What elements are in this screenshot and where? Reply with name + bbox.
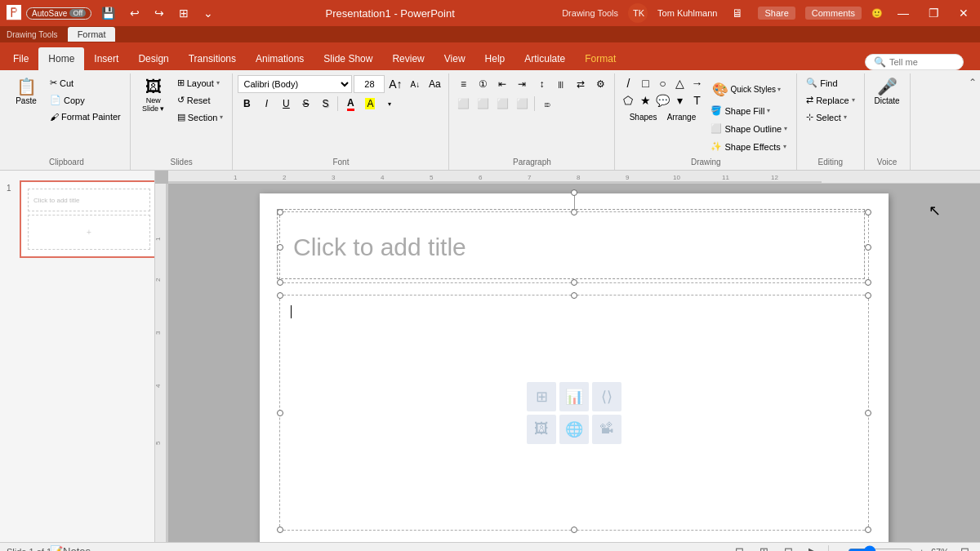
decrease-font-button[interactable]: A↓ — [406, 75, 424, 93]
tab-insert[interactable]: Insert — [84, 47, 128, 70]
shape-fill-button[interactable]: 🪣 Shape Fill ▾ — [706, 103, 791, 118]
shape-pentagon[interactable]: ⬠ — [620, 92, 636, 109]
monitor-button[interactable]: 🖥 — [727, 5, 748, 21]
align-center-button[interactable]: ⬜ — [474, 95, 492, 113]
insert-smartart-icon[interactable]: ⟨⟩ — [592, 382, 621, 411]
strikethrough-button[interactable]: S — [296, 95, 314, 113]
font-color-button[interactable]: A — [341, 95, 359, 113]
content-handle-ml[interactable] — [277, 410, 283, 416]
tab-format[interactable]: Format — [575, 47, 626, 70]
shape-rect[interactable]: □ — [637, 75, 653, 91]
layout-button[interactable]: ⊞ Layout ▾ — [173, 75, 228, 91]
bold-button[interactable]: B — [238, 95, 256, 113]
tab-home[interactable]: Home — [38, 47, 84, 70]
align-right-button[interactable]: ⬜ — [493, 95, 511, 113]
content-placeholder[interactable]: ⊞ 📊 ⟨⟩ 🖼 🌐 📽 — [279, 295, 869, 531]
tab-file[interactable]: File — [3, 47, 38, 70]
increase-font-button[interactable]: A↑ — [386, 75, 404, 93]
comments-button[interactable]: Comments — [805, 7, 862, 20]
align-left-button[interactable]: ⬜ — [454, 95, 472, 113]
tab-help[interactable]: Help — [475, 47, 515, 70]
underline-button[interactable]: U — [277, 95, 295, 113]
tab-slideshow[interactable]: Slide Show — [314, 47, 382, 70]
text-direction-button[interactable]: ⇄ — [572, 75, 590, 93]
highlight-button[interactable]: A — [361, 95, 379, 113]
autosave-toggle[interactable]: AutoSave Off — [26, 7, 91, 20]
clear-format-button[interactable]: Aa — [425, 75, 443, 93]
shape-more[interactable]: ▾ — [671, 92, 688, 109]
more-commands-button[interactable]: ⌄ — [198, 5, 218, 21]
minimize-button[interactable]: — — [893, 5, 914, 21]
slide-thumbnail[interactable]: Click to add title + — [20, 180, 155, 258]
tab-articulate[interactable]: Articulate — [514, 47, 575, 70]
handle-tl[interactable] — [277, 209, 283, 216]
increase-indent-button[interactable]: ⇥ — [513, 75, 531, 93]
shadow-button[interactable]: S — [316, 95, 334, 113]
shape-oval[interactable]: ○ — [654, 75, 670, 91]
slide-sorter-button[interactable]: ⊞ — [755, 545, 773, 552]
insert-table-icon[interactable]: ⊞ — [527, 382, 556, 411]
collapse-ribbon-button[interactable]: ⌃ — [969, 77, 977, 88]
select-button[interactable]: ⊹ Select ▾ — [802, 109, 858, 125]
notes-button[interactable]: 📝 Notes — [61, 545, 79, 552]
dictate-button[interactable]: 🎤 Dictate — [870, 75, 905, 109]
zoom-slider[interactable] — [848, 545, 913, 552]
font-size-input[interactable] — [354, 75, 385, 93]
reset-button[interactable]: ↺ Reset — [173, 92, 228, 108]
tab-design[interactable]: Design — [128, 47, 178, 70]
decrease-indent-button[interactable]: ⇤ — [493, 75, 511, 93]
quick-styles-button[interactable]: 🎨 Quick Styles ▾ — [706, 78, 791, 100]
content-handle-tm[interactable] — [571, 292, 577, 299]
slide-panel-item-1[interactable]: 1 Click to add title + — [20, 180, 149, 258]
content-handle-bm[interactable] — [571, 527, 577, 533]
shape-star[interactable]: ★ — [637, 92, 653, 109]
tab-transitions[interactable]: Transitions — [179, 47, 246, 70]
handle-ml[interactable] — [277, 244, 283, 251]
shape-triangle[interactable]: △ — [671, 75, 688, 91]
insert-chart-icon[interactable]: 📊 — [559, 382, 589, 411]
replace-button[interactable]: ⇄ Replace ▾ — [802, 92, 858, 108]
shape-callout[interactable]: 💬 — [654, 92, 670, 109]
slideshow-button[interactable]: ▶ — [804, 545, 822, 552]
user-account-button[interactable]: TK — [628, 3, 648, 23]
rotate-handle[interactable] — [571, 189, 577, 196]
content-handle-tl[interactable] — [277, 292, 283, 299]
columns-button[interactable]: ⫼ — [552, 75, 570, 93]
shape-effects-button[interactable]: ✨ Shape Effects ▾ — [706, 139, 791, 154]
slide-canvas[interactable]: Click to add title — [260, 193, 889, 542]
save-button[interactable]: 💾 — [96, 5, 120, 21]
close-button[interactable]: ✕ — [954, 5, 973, 21]
section-button[interactable]: ▤ Section ▾ — [173, 109, 228, 125]
handle-tm[interactable] — [571, 209, 577, 216]
tab-animations[interactable]: Animations — [246, 47, 314, 70]
handle-bm[interactable] — [571, 279, 577, 286]
shape-textbox[interactable]: T — [688, 92, 705, 109]
shape-arrow[interactable]: → — [688, 75, 705, 91]
handle-mr[interactable] — [865, 244, 871, 251]
bullets-button[interactable]: ≡ — [454, 75, 472, 93]
find-button[interactable]: 🔍 Find — [802, 75, 858, 91]
reading-view-button[interactable]: ⊡ — [779, 545, 797, 552]
paste-button[interactable]: 📋 Paste — [8, 75, 44, 109]
content-handle-tr[interactable] — [865, 292, 871, 299]
handle-br[interactable] — [865, 279, 871, 286]
shapes-button[interactable]: Shapes — [626, 110, 662, 124]
arrange-button[interactable]: Arrange — [663, 110, 701, 124]
presentation-view-button[interactable]: ⊞ — [174, 5, 194, 21]
shape-line[interactable]: / — [620, 75, 636, 91]
content-handle-mr[interactable] — [865, 410, 871, 416]
content-handle-bl[interactable] — [277, 527, 283, 533]
font-color-picker[interactable]: ▾ — [381, 95, 399, 113]
justify-button[interactable]: ⬜ — [513, 95, 531, 113]
line-spacing-button[interactable]: ↕ — [532, 75, 550, 93]
tell-me-input[interactable] — [889, 57, 955, 67]
handle-bl[interactable] — [277, 279, 283, 286]
numbering-button[interactable]: ① — [474, 75, 492, 93]
font-name-select[interactable]: Calibri (Body) — [238, 75, 352, 93]
undo-button[interactable]: ↩ — [125, 5, 145, 21]
cut-button[interactable]: ✂ Cut — [46, 75, 125, 91]
format-tab[interactable]: Format — [68, 27, 116, 42]
shape-outline-button[interactable]: ⬜ Shape Outline ▾ — [706, 121, 791, 136]
insert-media-icon[interactable]: 🌐 — [559, 415, 589, 444]
tab-review[interactable]: Review — [382, 47, 434, 70]
